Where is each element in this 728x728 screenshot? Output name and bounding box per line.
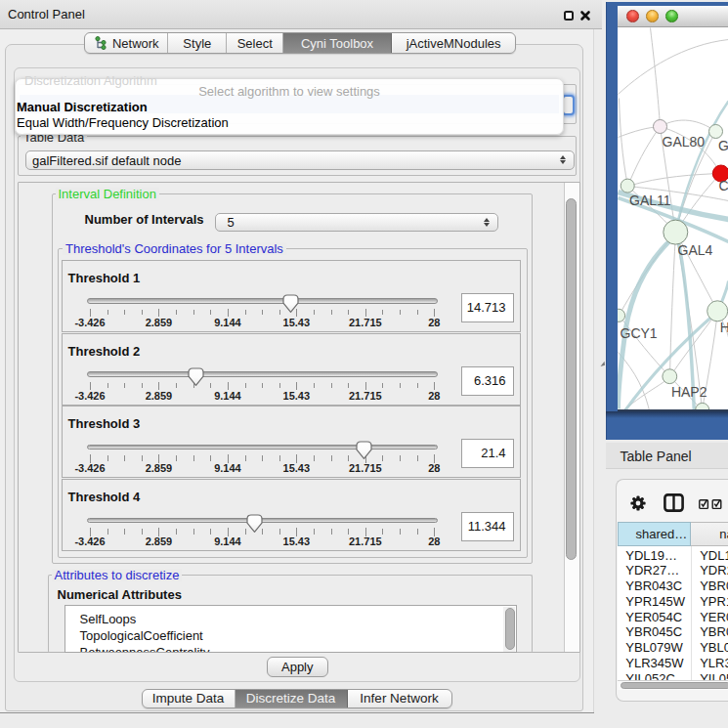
svg-text:GAL4: GAL4 bbox=[677, 241, 712, 257]
svg-text:GAL11: GAL11 bbox=[629, 192, 671, 207]
svg-text:CY: CY bbox=[718, 177, 728, 193]
svg-text:HAP2: HAP2 bbox=[670, 384, 707, 400]
svg-text:GAL80: GAL80 bbox=[662, 134, 705, 150]
svg-text:GAL: GAL bbox=[718, 138, 728, 153]
svg-text:GCY1: GCY1 bbox=[620, 324, 657, 340]
svg-text:HIS: HIS bbox=[719, 319, 728, 334]
